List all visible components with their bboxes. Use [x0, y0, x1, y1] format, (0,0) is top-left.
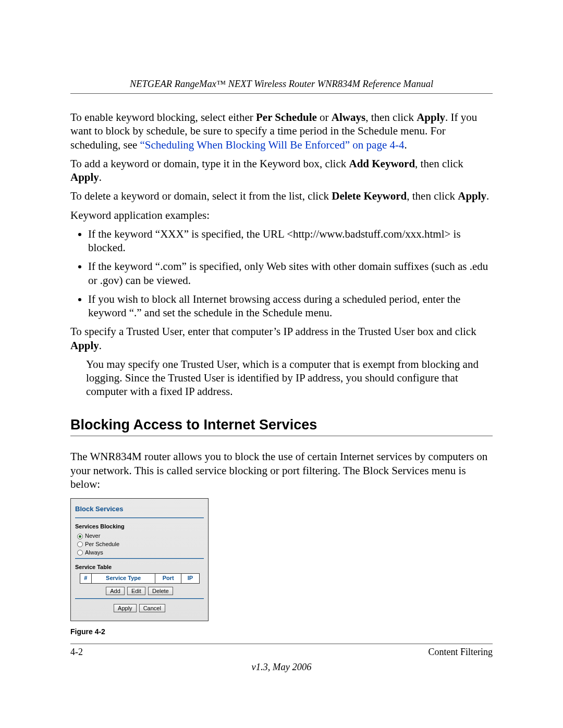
- bold-always: Always: [332, 111, 365, 124]
- text: , then click: [407, 190, 458, 202]
- add-button[interactable]: Add: [106, 587, 125, 595]
- bold-add-keyword: Add Keyword: [349, 157, 415, 170]
- radio-label: Per Schedule: [85, 541, 119, 548]
- text: To enable keyword blocking, select eithe…: [70, 111, 256, 124]
- page-number: 4-2: [70, 646, 83, 658]
- note-trusted-user: You may specify one Trusted User, which …: [86, 357, 493, 399]
- radio-per-schedule[interactable]: Per Schedule: [77, 541, 204, 548]
- radio-always[interactable]: Always: [77, 549, 204, 557]
- service-table: # Service Type Port IP: [80, 573, 200, 584]
- paragraph-service-blocking: The WNR834M router allows you to block t…: [70, 450, 493, 491]
- text: .: [486, 190, 489, 202]
- cross-reference-link[interactable]: “Scheduling When Blocking Will Be Enforc…: [140, 139, 405, 151]
- radio-label: Never: [85, 533, 100, 540]
- text: To delete a keyword or domain, select it…: [70, 190, 332, 202]
- paragraph-add-keyword: To add a keyword or domain, type it in t…: [70, 157, 493, 184]
- section-heading: Blocking Access to Internet Services: [70, 416, 493, 434]
- list-item: If the keyword “XXX” is specified, the U…: [88, 227, 493, 255]
- radio-icon: [77, 534, 83, 539]
- delete-button[interactable]: Delete: [148, 587, 173, 595]
- text: To add a keyword or domain, type it in t…: [70, 157, 349, 170]
- panel-title: Block Services: [75, 505, 204, 513]
- col-port: Port: [155, 574, 181, 584]
- figure: Block Services Services Blocking Never P…: [70, 498, 493, 621]
- version-line: v1.3, May 2006: [70, 661, 493, 673]
- bold-apply: Apply: [417, 111, 445, 124]
- paragraph-delete-keyword: To delete a keyword or domain, select it…: [70, 189, 493, 203]
- running-header: NETGEAR RangeMax™ NEXT Wireless Router W…: [70, 78, 493, 94]
- cancel-button[interactable]: Cancel: [139, 604, 165, 612]
- radio-icon: [77, 541, 83, 547]
- service-table-label: Service Table: [75, 564, 204, 571]
- divider: [75, 598, 204, 599]
- col-service-type: Service Type: [92, 574, 155, 584]
- bold-apply: Apply: [70, 339, 99, 352]
- edit-button[interactable]: Edit: [127, 587, 145, 595]
- col-ip: IP: [181, 574, 199, 584]
- paragraph-enable-blocking: To enable keyword blocking, select eithe…: [70, 110, 493, 152]
- divider: [75, 558, 204, 559]
- list-item: If the keyword “.com” is specified, only…: [88, 260, 493, 287]
- text: .: [99, 339, 102, 352]
- col-number: #: [80, 574, 92, 584]
- bold-delete-keyword: Delete Keyword: [332, 190, 407, 202]
- page-footer: 4-2 Content Filtering: [70, 646, 493, 658]
- block-services-panel: Block Services Services Blocking Never P…: [70, 498, 209, 621]
- text: , then click: [415, 157, 463, 170]
- text: or: [317, 111, 332, 124]
- bold-apply: Apply: [70, 171, 99, 183]
- list-item: If you wish to block all Internet browsi…: [88, 292, 493, 320]
- text: .: [404, 139, 407, 151]
- section-rule: [70, 436, 493, 436]
- text: , then click: [365, 111, 417, 124]
- example-list: If the keyword “XXX” is specified, the U…: [70, 227, 493, 320]
- paragraph-trusted-user: To specify a Trusted User, enter that co…: [70, 325, 493, 352]
- apply-button[interactable]: Apply: [114, 604, 137, 612]
- section-name: Content Filtering: [429, 646, 493, 658]
- text: .: [99, 171, 102, 183]
- figure-caption: Figure 4-2: [70, 627, 493, 637]
- divider: [75, 517, 204, 518]
- radio-label: Always: [85, 549, 103, 557]
- footer-rule: [70, 644, 493, 644]
- radio-icon: [77, 550, 83, 556]
- services-blocking-label: Services Blocking: [75, 523, 204, 530]
- bold-apply: Apply: [458, 190, 486, 202]
- bold-per-schedule: Per Schedule: [256, 111, 317, 124]
- text: To specify a Trusted User, enter that co…: [70, 325, 476, 338]
- paragraph-examples-intro: Keyword application examples:: [70, 208, 493, 222]
- radio-never[interactable]: Never: [77, 533, 204, 540]
